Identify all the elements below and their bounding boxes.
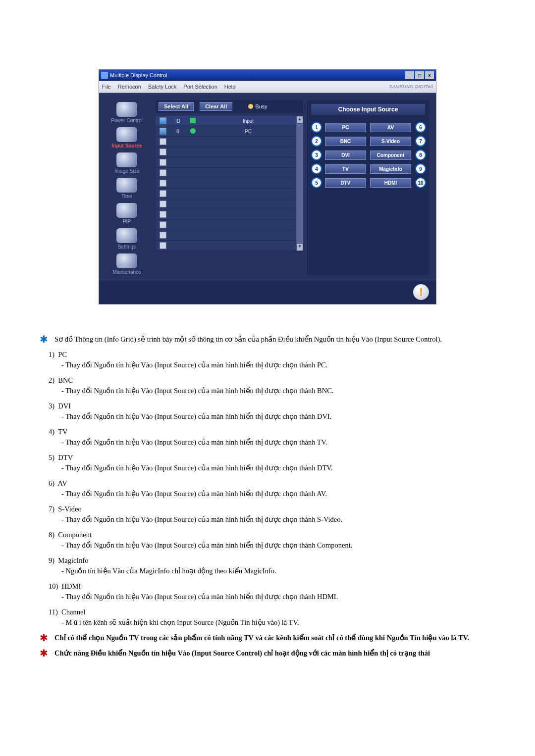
source-magicinfo-button[interactable]: MagicInfo [370, 164, 411, 174]
brand-text: SAMSUNG DIGITall [242, 84, 433, 89]
note-tv: Chỉ có thể chọn Nguồn TV trong các sản p… [54, 633, 469, 643]
close-button[interactable]: × [425, 71, 434, 79]
row-checkbox[interactable] [160, 138, 166, 145]
select-all-button[interactable]: Select All [159, 102, 194, 111]
checkbox-header[interactable] [160, 117, 166, 124]
callout-10: 10 [415, 177, 426, 188]
item-title: HDMI [62, 582, 81, 590]
row-checkbox[interactable] [160, 232, 166, 239]
app-window: Multiple Display Control _ □ × File Remo… [99, 69, 436, 304]
table-row[interactable] [156, 209, 296, 220]
menu-help[interactable]: Help [224, 84, 236, 90]
note-status: Chức năng Điều khiển Nguồn tín hiệu Vào … [54, 648, 430, 658]
col-input: Input [200, 118, 296, 124]
row-checkbox[interactable] [160, 169, 166, 176]
sidebar-item-maintenance[interactable]: Maintenance [112, 253, 141, 275]
sidebar-item-image-size[interactable]: Image Size [114, 152, 139, 174]
row-checkbox[interactable] [160, 190, 166, 197]
grid-scrollbar[interactable]: ▲ ▼ [296, 116, 303, 251]
sidebar-item-input-source[interactable]: Input Source [111, 127, 142, 149]
doc-item: 10) HDMI- Thay đổi Nguồn tín hiệu Vào (I… [49, 581, 495, 602]
table-row[interactable] [156, 189, 296, 199]
item-title: TV [58, 428, 67, 436]
scroll-track[interactable] [296, 124, 303, 243]
table-row[interactable] [156, 157, 296, 168]
item-number: 1) [49, 351, 54, 358]
footer: ! [99, 280, 436, 304]
scroll-up-icon[interactable]: ▲ [296, 116, 303, 124]
item-title: MagicInfo [58, 556, 88, 564]
row-checkbox[interactable] [160, 159, 166, 166]
callout-7: 7 [415, 136, 426, 147]
source-av-button[interactable]: AV [370, 123, 411, 132]
source-component-button[interactable]: Component [370, 151, 411, 160]
callout-1: 1 [311, 122, 322, 133]
source-dvi-button[interactable]: DVI [325, 151, 366, 160]
menu-port-selection[interactable]: Port Selection [183, 84, 217, 90]
sidebar-label-input-source: Input Source [111, 143, 142, 149]
item-title: DTV [58, 454, 73, 461]
table-row[interactable] [156, 168, 296, 178]
menu-remocon[interactable]: Remocon [118, 84, 141, 90]
row-checkbox[interactable] [160, 180, 166, 187]
minimize-button[interactable]: _ [405, 71, 414, 79]
grid-header: ID Input [156, 116, 296, 126]
titlebar: Multiple Display Control _ □ × [99, 70, 436, 81]
table-row[interactable] [156, 137, 296, 147]
busy-dot-icon [248, 104, 253, 109]
callout-4: 4 [311, 163, 322, 174]
item-title: S-Video [58, 505, 81, 513]
table-row[interactable] [156, 241, 296, 251]
row-checkbox[interactable] [160, 201, 166, 207]
source-bnc-button[interactable]: BNC [325, 137, 366, 146]
doc-item: 4) TV- Thay đổi Nguồn tín hiệu Vào (Inpu… [49, 427, 495, 448]
row-id: 0 [170, 129, 185, 134]
star-icon: ✱ [40, 334, 50, 345]
table-row[interactable] [156, 230, 296, 241]
intro-text: Sơ đồ Thông tin (Info Grid) sẽ trình bày… [54, 334, 442, 345]
row-checkbox[interactable] [160, 211, 166, 218]
source-hdmi-button[interactable]: HDMI [370, 178, 411, 188]
sidebar-label-maintenance: Maintenance [112, 269, 141, 275]
row-checkbox[interactable] [160, 221, 166, 228]
item-number: 11) [49, 608, 58, 616]
item-desc: - Thay đổi Nguồn tín hiệu Vào (Input Sou… [61, 540, 495, 551]
row-checkbox[interactable] [160, 128, 166, 135]
item-number: 4) [49, 428, 54, 436]
menu-safety-lock[interactable]: Safety Lock [148, 84, 176, 90]
row-checkbox[interactable] [160, 149, 166, 155]
item-desc: - M ũ i tên kênh sẽ xuất hiện khi chọn I… [61, 617, 495, 628]
source-tv-button[interactable]: TV [325, 164, 366, 174]
menu-file[interactable]: File [102, 84, 111, 90]
sidebar-item-time[interactable]: Time [116, 178, 137, 199]
sidebar-item-power-control[interactable]: Power Control [111, 102, 142, 123]
table-row[interactable] [156, 199, 296, 209]
toolbar: Select All Clear All Busy [156, 100, 303, 113]
table-row[interactable] [156, 147, 296, 157]
item-desc: - Thay đổi Nguồn tín hiệu Vào (Input Sou… [61, 592, 495, 602]
star-icon: ✱ [40, 648, 50, 658]
scroll-down-icon[interactable]: ▼ [296, 243, 303, 251]
item-desc: - Thay đổi Nguồn tín hiệu Vào (Input Sou… [61, 411, 495, 422]
callout-9: 9 [415, 163, 426, 174]
table-row[interactable] [156, 178, 296, 189]
maximize-button[interactable]: □ [415, 71, 424, 79]
input-source-icon [116, 127, 137, 142]
sidebar-item-pip[interactable]: PIP [116, 203, 137, 224]
callout-6: 6 [415, 122, 426, 133]
row-checkbox[interactable] [160, 242, 166, 249]
menubar: File Remocon Safety Lock Port Selection … [99, 81, 436, 93]
time-icon [116, 178, 137, 193]
item-number: 6) [49, 479, 54, 487]
source-pc-button[interactable]: PC [325, 123, 366, 132]
item-number: 5) [49, 454, 54, 461]
image-size-icon [116, 152, 137, 167]
sidebar-item-settings[interactable]: Settings [116, 228, 137, 250]
item-title: BNC [58, 376, 73, 384]
callout-3: 3 [311, 150, 322, 160]
source-dtv-button[interactable]: DTV [325, 178, 366, 188]
table-row[interactable] [156, 220, 296, 230]
source-svideo-button[interactable]: S-Video [370, 137, 411, 146]
clear-all-button[interactable]: Clear All [200, 102, 232, 111]
table-row[interactable]: 0 PC [156, 126, 296, 137]
